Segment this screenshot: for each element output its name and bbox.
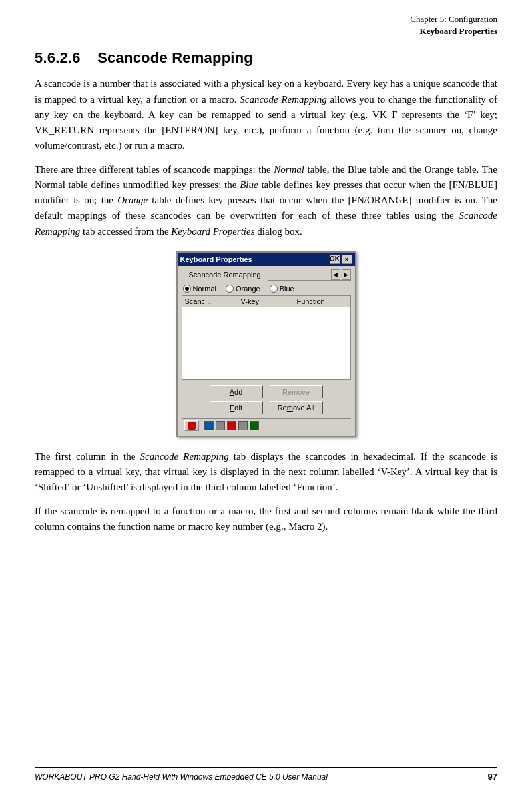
dialog-title: Keyboard Properties — [180, 255, 252, 263]
taskbar-icon-2 — [216, 421, 225, 430]
radio-blue-label: Blue — [280, 285, 294, 293]
radio-normal-label: Normal — [193, 285, 216, 293]
radio-row: Normal Orange Blue — [182, 281, 351, 295]
table-header: Scanc... V-key Function — [182, 295, 351, 307]
radio-blue-circle[interactable] — [270, 285, 278, 293]
tab-scroll-left[interactable]: ◀ — [331, 269, 340, 280]
footer-document: WORKABOUT PRO G2 Hand-Held With Windows … — [35, 772, 328, 782]
keyboard-properties-ref: Keyboard Properties — [171, 226, 254, 237]
add-button[interactable]: Add — [210, 385, 263, 398]
paragraph-1: A scancode is a number that is associate… — [35, 76, 497, 153]
taskbar-icons — [204, 421, 259, 430]
scancode-remapping-tab[interactable]: Scancode Remapping — [182, 269, 268, 281]
radio-blue[interactable]: Blue — [270, 285, 294, 293]
taskbar-icon-1 — [204, 421, 214, 430]
normal-ref: Normal — [274, 164, 304, 175]
remove-button[interactable]: Remove — [270, 385, 323, 398]
radio-normal[interactable]: Normal — [183, 285, 216, 293]
radio-orange-label: Orange — [236, 285, 260, 293]
add-underline: A — [230, 388, 234, 396]
tab-scroll-buttons: ◀ ▶ — [331, 269, 351, 280]
orange-ref: Orange — [117, 195, 148, 205]
chapter-label: Chapter 5: Configuration — [35, 13, 497, 25]
footer-page-number: 97 — [488, 772, 497, 782]
page-footer: WORKABOUT PRO G2 Hand-Held With Windows … — [35, 767, 497, 782]
ok-button[interactable]: OK — [330, 255, 340, 264]
button-row-1: Add Remove — [182, 385, 351, 398]
radio-orange[interactable]: Orange — [226, 285, 260, 293]
start-button[interactable] — [184, 420, 199, 431]
taskbar-icon-3 — [227, 421, 236, 430]
edit-button[interactable]: Edit — [210, 401, 263, 414]
scancode-remapping-ref-2: Scancode Remapping — [35, 210, 497, 236]
paragraph-2: There are three different tables of scan… — [35, 162, 497, 239]
dialog-body: Scancode Remapping ◀ ▶ Normal Orange — [178, 266, 355, 436]
col-vkey: V-key — [238, 296, 294, 307]
taskbar-icon-4 — [238, 421, 248, 430]
section-title: Scancode Remapping — [97, 49, 253, 66]
radio-normal-circle[interactable] — [183, 285, 191, 293]
section-number: 5.6.2.6 — [35, 49, 81, 66]
keyboard-properties-dialog: Keyboard Properties OK × Scancode Remapp… — [176, 251, 356, 437]
col-scancode: Scanc... — [182, 296, 238, 307]
chapter-title: Keyboard Properties — [35, 25, 497, 37]
remove-all-button[interactable]: Remove All — [270, 401, 323, 414]
paragraph-4: If the scancode is remapped to a functio… — [35, 504, 497, 535]
col-function: Function — [294, 296, 350, 307]
scancode-remapping-ref-1: Scancode Remapping — [240, 94, 327, 105]
page-header: Chapter 5: Configuration Keyboard Proper… — [35, 13, 497, 37]
start-icon — [188, 422, 196, 430]
taskbar-icon-5 — [250, 421, 259, 430]
dialog-titlebar: Keyboard Properties OK × — [178, 253, 355, 266]
close-button[interactable]: × — [342, 255, 352, 264]
scancode-remapping-ref-3: Scancode Remapping — [140, 451, 229, 462]
table-body[interactable] — [182, 307, 351, 380]
dialog-taskbar — [182, 418, 351, 433]
blue-ref: Blue — [240, 179, 258, 190]
dialog-tab-bar: Scancode Remapping ◀ ▶ — [182, 269, 351, 281]
paragraph-3: The first column in the Scancode Remappi… — [35, 449, 497, 496]
radio-orange-circle[interactable] — [226, 285, 234, 293]
tab-scroll-right[interactable]: ▶ — [342, 269, 351, 280]
page-container: Chapter 5: Configuration Keyboard Proper… — [0, 0, 532, 795]
button-row-2: Edit Remove All — [182, 401, 351, 414]
titlebar-buttons: OK × — [330, 255, 352, 264]
section-heading: 5.6.2.6 Scancode Remapping — [35, 49, 497, 67]
dialog-screenshot-wrapper: Keyboard Properties OK × Scancode Remapp… — [35, 251, 497, 437]
